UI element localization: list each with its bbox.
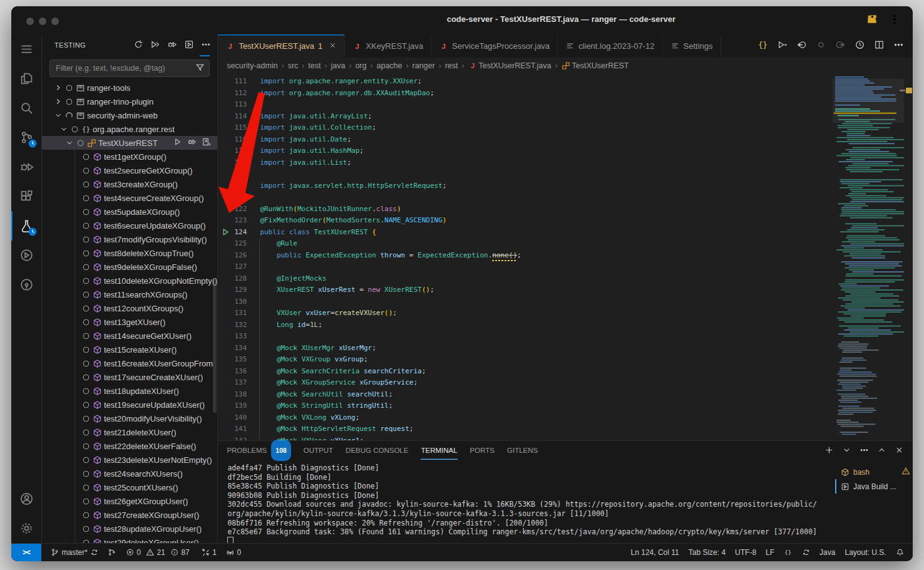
tree-action-debug-alt[interactable]: [187, 137, 197, 148]
chevron-down[interactable]: [53, 111, 63, 120]
panel-tab-problems[interactable]: PROBLEMS108: [227, 441, 290, 460]
breadcrumb-item[interactable]: apache: [377, 61, 403, 70]
test-tree-item[interactable]: test29deleteXGroupUser(): [42, 536, 217, 543]
breadcrumb-item[interactable]: ranger: [413, 61, 435, 70]
code-view[interactable]: 111import org.apache.ranger.entity.XXUse…: [218, 74, 833, 440]
more-icon[interactable]: [860, 445, 869, 455]
statusbar-keyboard-layout[interactable]: Layout: U.S.: [844, 548, 886, 557]
breadcrumb-item[interactable]: test: [308, 61, 321, 70]
panel-tab-output[interactable]: OUTPUT: [304, 441, 333, 460]
goto-file-icon[interactable]: [202, 137, 211, 147]
statusbar-notifications[interactable]: [896, 548, 905, 557]
activity-run-debug[interactable]: [11, 152, 41, 182]
activity-extensions[interactable]: [11, 182, 41, 211]
nav-back-icon[interactable]: [796, 39, 807, 50]
test-tree-item[interactable]: test7modifyGroupsVisibility(): [42, 232, 217, 246]
breadcrumb-item[interactable]: java: [331, 61, 345, 70]
test-tree-item[interactable]: test4secureCreateXGroup(): [42, 191, 217, 205]
activity-remote-targets[interactable]: [11, 270, 41, 299]
editor-tab[interactable]: JTestXUserREST.java1: [218, 34, 345, 58]
test-tree-item[interactable]: test24searchXUsers(): [42, 467, 217, 480]
test-filter-box[interactable]: [49, 60, 210, 77]
statusbar-tasks[interactable]: 1: [202, 548, 217, 557]
test-tree-package-row[interactable]: {}org.apache.ranger.rest: [42, 122, 217, 136]
kebab-menu-icon[interactable]: [889, 14, 900, 25]
statusbar-braces-status[interactable]: {}: [784, 548, 793, 557]
breadcrumb-item[interactable]: TestXUserREST: [562, 61, 629, 70]
testing-toolbar-debug-all[interactable]: [167, 39, 177, 51]
more-icon[interactable]: [893, 39, 904, 50]
test-tree-item[interactable]: test17secureCreateXUser(): [42, 370, 217, 384]
close-window-icon[interactable]: [26, 18, 34, 25]
chevron-right[interactable]: [53, 83, 63, 92]
editor-action-nav-dot[interactable]: [816, 39, 826, 53]
test-tree-item[interactable]: test3createXGroup(): [42, 177, 217, 191]
minimap-visible-region[interactable]: [833, 79, 904, 123]
breadcrumb-item[interactable]: JTestXUserREST.java: [468, 61, 552, 70]
chevron-up-icon[interactable]: [877, 445, 886, 455]
test-tree-project-row[interactable]: security-admin-web: [42, 108, 217, 122]
history-icon[interactable]: [855, 39, 865, 50]
panel-action-close[interactable]: [895, 445, 904, 456]
test-tree-item[interactable]: test28updateXGroupUser(): [42, 522, 217, 536]
refresh-icon[interactable]: [133, 39, 143, 49]
panel-tab-gitlens[interactable]: GITLENS: [507, 441, 538, 460]
test-tree-item[interactable]: test10deleteXGroupNotEmpty(): [42, 274, 217, 288]
split-editor-icon[interactable]: [874, 39, 885, 50]
testing-toolbar-boxed-play[interactable]: [184, 39, 194, 51]
test-tree-item[interactable]: test25countXUsers(): [42, 480, 217, 494]
testing-toolbar-run-all[interactable]: [150, 39, 160, 51]
activity-java-projects[interactable]: [11, 241, 41, 270]
test-tree-class-row[interactable]: TestXUserREST: [42, 136, 217, 150]
editor-tab[interactable]: JXKeyREST.java: [345, 34, 431, 58]
test-tree-item[interactable]: test23deleteXUserNotEmpty(): [42, 453, 217, 467]
test-tree-project-row[interactable]: ranger-tools: [42, 81, 217, 95]
editor-tab[interactable]: Settings: [663, 34, 721, 58]
breadcrumb-item[interactable]: rest: [445, 61, 458, 70]
close-tab[interactable]: [329, 41, 337, 52]
chevron-right[interactable]: [53, 97, 63, 106]
braces-icon[interactable]: {}: [757, 39, 768, 50]
terminal-list-item[interactable]: Java Build ...: [835, 479, 913, 494]
breadcrumb-item[interactable]: org: [355, 61, 366, 70]
minimize-window-icon[interactable]: [39, 18, 46, 25]
extensions-puzzle-icon[interactable]: [866, 14, 878, 25]
run-icon[interactable]: [173, 137, 182, 147]
panel-tab-ports[interactable]: PORTS: [470, 441, 495, 460]
test-tree-item[interactable]: test6secureUpdateXGroup(): [42, 219, 217, 232]
test-tree-item[interactable]: test13getXUser(): [42, 315, 217, 329]
testing-toolbar-more[interactable]: [201, 39, 211, 51]
minimap[interactable]: [833, 74, 904, 440]
editor-action-split-editor[interactable]: [874, 39, 885, 53]
activity-testing[interactable]: [11, 211, 41, 241]
test-tree-item[interactable]: test14secureGetXUser(): [42, 329, 217, 343]
test-tree-item[interactable]: test12countXGroups(): [42, 301, 217, 315]
statusbar-git-branch[interactable]: master*: [51, 548, 98, 557]
debug-all-icon[interactable]: [167, 39, 177, 49]
statusbar-git-graph[interactable]: [108, 548, 116, 557]
run-all-icon[interactable]: [150, 39, 160, 49]
test-tree-item[interactable]: test27createXGroupUser(): [42, 508, 217, 522]
activity-settings-gear[interactable]: [11, 514, 41, 543]
plus-icon[interactable]: [824, 445, 834, 455]
test-tree-item[interactable]: test5updateXGroup(): [42, 205, 217, 219]
test-tree-item[interactable]: test16createXUserGroupFrom: [42, 356, 217, 370]
test-tree-item[interactable]: test8deleteXGroupTrue(): [42, 246, 217, 260]
test-filter-input[interactable]: [54, 63, 195, 73]
tree-scrollbar[interactable]: [213, 280, 217, 413]
editor-tab[interactable]: JServiceTagsProcessor.java: [431, 34, 558, 58]
panel-action-plus[interactable]: [824, 445, 834, 456]
editor-action-nav-forward[interactable]: [835, 39, 846, 53]
tree-action-goto-file[interactable]: [202, 137, 211, 148]
run-test-gutter-button[interactable]: [222, 228, 230, 236]
test-tree-project-row[interactable]: ranger-trino-plugin: [42, 95, 217, 108]
panel-tab-terminal[interactable]: TERMINAL: [421, 441, 457, 460]
test-tree-item[interactable]: test18updateXUser(): [42, 384, 217, 398]
panel-action-more[interactable]: [860, 445, 869, 456]
test-tree-item[interactable]: test15createXUser(): [42, 343, 217, 356]
statusbar-problems-summary[interactable]: 02187: [126, 548, 192, 557]
panel-action-chevron-up[interactable]: [877, 445, 886, 456]
activity-menu[interactable]: [11, 34, 41, 64]
activity-source-control[interactable]: [11, 123, 41, 152]
nav-dot-icon[interactable]: [816, 39, 826, 50]
